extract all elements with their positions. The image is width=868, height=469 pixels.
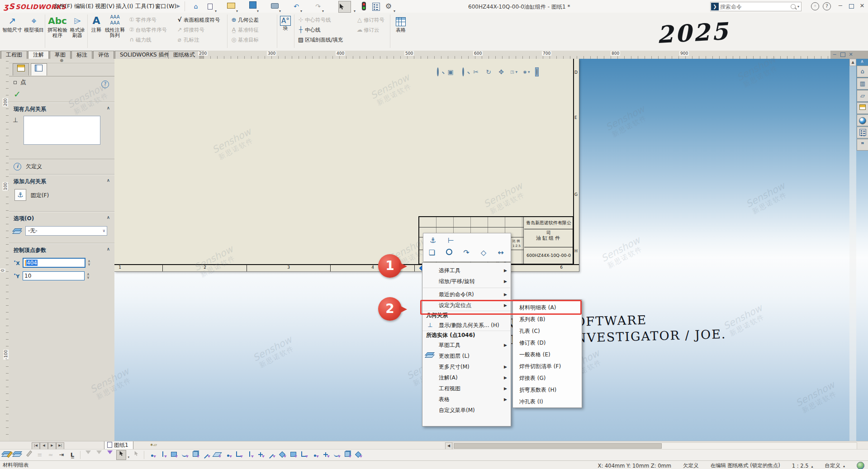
line-style-icon[interactable]: ≈ bbox=[46, 450, 55, 460]
linear-note-pattern-button[interactable]: AAAAAA线性注释阵列 bbox=[105, 14, 125, 38]
filter-vertices-icon[interactable] bbox=[147, 450, 157, 460]
filter-blocks-icon[interactable] bbox=[343, 450, 352, 460]
redraw-icon[interactable]: ↻ bbox=[484, 68, 493, 76]
doc-minimize-button[interactable]: ─ bbox=[831, 52, 838, 58]
smart-dimension-button[interactable]: ↗智能尺寸 bbox=[1, 14, 24, 33]
help-button[interactable]: ? bbox=[823, 2, 831, 10]
tab-evaluate[interactable]: 评估 bbox=[93, 51, 114, 59]
settings-button[interactable]: ⚙▾ bbox=[384, 1, 394, 11]
next-sheet-button[interactable]: ▶ bbox=[48, 442, 56, 450]
tab-annotation[interactable]: 注解 bbox=[28, 51, 49, 59]
submenu-weldment-cut-list[interactable]: 焊件切割清单 (F) bbox=[513, 360, 582, 372]
flip-arrow-icon[interactable]: ⇥ bbox=[57, 450, 66, 460]
x-spinner[interactable]: ∧∨ bbox=[88, 260, 90, 266]
submenu-series-table[interactable]: 系列表 (B) bbox=[513, 313, 582, 325]
submenu-revision-table[interactable]: 修订表 (D) bbox=[513, 337, 582, 349]
menu-change-layer[interactable]: 更改图层 (L) bbox=[422, 351, 511, 361]
layer-select[interactable]: -无-∨ bbox=[25, 226, 107, 236]
centerline-button[interactable]: ┼中心线 bbox=[297, 25, 321, 34]
zoom-in-out-icon[interactable] bbox=[459, 68, 467, 76]
help-icon[interactable]: ? bbox=[101, 81, 109, 88]
filter-faces-icon[interactable] bbox=[169, 450, 178, 460]
redo-button[interactable]: ↷▾ bbox=[313, 1, 323, 11]
line-color-icon[interactable] bbox=[24, 450, 33, 460]
zoom-fit-icon[interactable] bbox=[434, 68, 442, 76]
geometric-tolerance-button[interactable]: ⊕几何公差 bbox=[230, 15, 259, 24]
scroll-left-icon[interactable]: ◀ bbox=[445, 442, 452, 450]
panel-grip[interactable]: ● bbox=[9, 59, 114, 63]
prev-sheet-button[interactable]: ◀ bbox=[40, 442, 48, 450]
linear-dimension-icon[interactable]: ↔ bbox=[496, 248, 506, 258]
menu-recent-commands[interactable]: 最近的命令(R)▶ bbox=[422, 289, 511, 300]
submenu-general-table[interactable]: 一般表格 (E) bbox=[513, 349, 582, 360]
undo-button[interactable]: ↶▾ bbox=[291, 1, 301, 11]
scroll-up-icon[interactable]: ▲ bbox=[849, 59, 856, 66]
filter-midpoints-icon[interactable] bbox=[245, 450, 254, 460]
spin-down-icon[interactable]: ∨ bbox=[88, 263, 90, 266]
hide-show-items-dropdown[interactable]: ◳ ▾ bbox=[510, 68, 518, 76]
pan-icon[interactable]: ✥ bbox=[497, 68, 505, 76]
center-mark-button[interactable]: ⊹中心符号线 bbox=[297, 15, 331, 24]
block-button[interactable]: A°块 bbox=[279, 14, 292, 31]
collapse-caret-icon[interactable]: ∧ bbox=[107, 178, 110, 183]
filter-annotations-icon[interactable] bbox=[289, 450, 298, 460]
menu-drawing-views[interactable]: 工程视图▶ bbox=[422, 383, 511, 394]
scrollbar-thumb[interactable] bbox=[454, 443, 662, 449]
menu-display-delete-relations[interactable]: ⊥显示/删除几何关系... (H) bbox=[422, 320, 511, 331]
status-display-style[interactable]: 自定义▴ bbox=[825, 462, 845, 469]
filter-axes-icon[interactable] bbox=[202, 450, 211, 460]
last-sheet-button[interactable]: ▶| bbox=[56, 442, 64, 450]
filter-balloons-icon[interactable] bbox=[310, 450, 319, 460]
surface-finish-button[interactable]: √表面粗糙度符号 bbox=[175, 15, 220, 24]
minimize-button[interactable]: ─ bbox=[836, 2, 844, 9]
home-button[interactable]: ⌂ bbox=[191, 1, 201, 11]
sheet-tab-active[interactable]: 图纸1 bbox=[104, 441, 133, 450]
line-thickness-icon[interactable]: ≡ bbox=[35, 450, 44, 460]
rebuild-traffic-light-icon[interactable] bbox=[362, 2, 366, 10]
area-hatch-button[interactable]: ▨区域剖面线/填充 bbox=[297, 35, 343, 44]
drawing-viewport[interactable]: 1 2 3 4 6 D E G H 青岛新思诺软件有限公司 油缸组件 600HZ… bbox=[114, 59, 868, 441]
smart-dimension-icon[interactable]: ⊢ bbox=[446, 236, 456, 246]
filter-connection-points-icon[interactable] bbox=[354, 450, 363, 460]
status-scale[interactable]: 1 : 2.5▴ bbox=[792, 463, 813, 469]
pin-menu-icon[interactable]: ➤ bbox=[175, 3, 182, 9]
menu-select-tools[interactable]: 选择工具▶ bbox=[422, 265, 511, 276]
appearance-button[interactable] bbox=[535, 67, 539, 76]
forum-icon[interactable]: ❞ bbox=[857, 139, 868, 151]
taskpane-collapse-icon[interactable]: ∧ bbox=[856, 59, 868, 65]
revision-cloud-button[interactable]: ☁修订云 bbox=[356, 25, 379, 34]
magnetic-line-button[interactable]: ∩磁力线 bbox=[128, 35, 152, 44]
close-button[interactable]: ✕ bbox=[858, 2, 866, 9]
save-button[interactable]: ▾ bbox=[248, 1, 258, 11]
file-explorer-icon[interactable]: ▱ bbox=[857, 90, 868, 102]
model-items-button[interactable]: ⌖模型项目 bbox=[23, 14, 45, 33]
filter-toggle-icon[interactable] bbox=[105, 450, 114, 460]
search-input[interactable] bbox=[719, 3, 791, 10]
filter-center-marks-icon[interactable] bbox=[256, 450, 265, 460]
magnifier-icon[interactable] bbox=[444, 248, 454, 258]
restore-button[interactable] bbox=[847, 2, 855, 9]
filter-sketch-points-icon[interactable] bbox=[223, 450, 232, 460]
submenu-hole-table[interactable]: 孔表 (C) bbox=[513, 325, 582, 337]
filter-weld-symbols-icon[interactable] bbox=[332, 450, 341, 460]
design-library-icon[interactable]: ▥ bbox=[857, 78, 868, 90]
y-spinner[interactable]: ∧∨ bbox=[87, 273, 90, 279]
filter-sketch-segments-icon[interactable] bbox=[234, 450, 243, 460]
relations-listbox[interactable] bbox=[24, 116, 100, 145]
doc-close-button[interactable]: ✕ bbox=[847, 52, 854, 58]
menu-sketch-tools[interactable]: 草图工具▶ bbox=[422, 340, 511, 351]
x-coordinate-input[interactable]: 404 bbox=[23, 258, 85, 268]
home-tab-icon[interactable]: ⌂ bbox=[857, 66, 868, 77]
tab-addins[interactable]: SOLIDWORKS 插件 bbox=[115, 51, 174, 59]
filter-funnel-disabled2-icon[interactable] bbox=[95, 450, 104, 460]
tab-drawing[interactable]: 工程图 bbox=[1, 51, 27, 59]
layer-list-icon[interactable] bbox=[14, 450, 23, 460]
fix-relation-button[interactable]: ⚓ bbox=[14, 189, 26, 201]
collapse-caret-icon[interactable]: ∧ bbox=[107, 105, 110, 110]
new-document-button[interactable]: ▾ bbox=[206, 1, 216, 11]
collapse-caret-icon[interactable]: ∧ bbox=[107, 246, 110, 251]
print-button[interactable]: ▾ bbox=[270, 1, 280, 11]
select-tool-icon[interactable]: ▾ bbox=[116, 450, 126, 460]
layer-properties-icon[interactable] bbox=[3, 450, 12, 460]
view-palette-icon[interactable] bbox=[857, 102, 868, 114]
